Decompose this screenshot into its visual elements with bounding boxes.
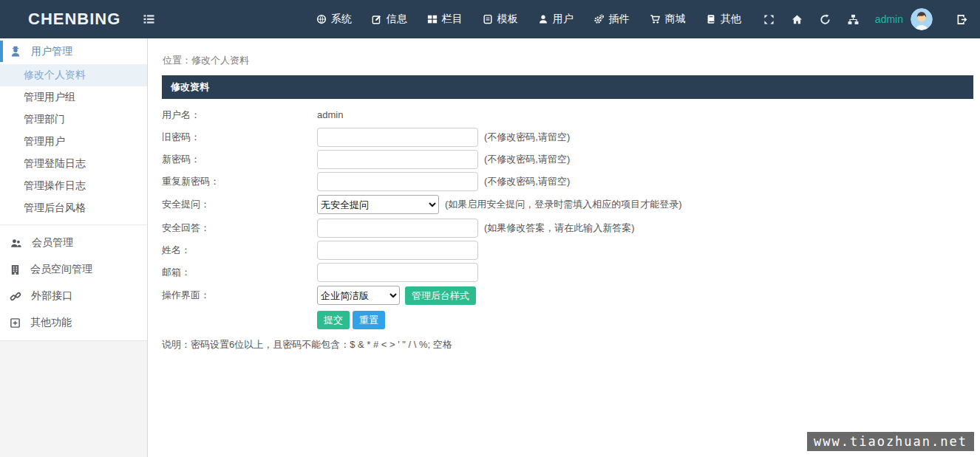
sidebar-section-member-space[interactable]: 会员空间管理 (0, 256, 147, 283)
repeat-password-field[interactable] (317, 172, 478, 191)
plus-square-icon (10, 317, 21, 329)
sidebar: 用户管理 修改个人资料 管理用户组 管理部门 管理用户 管理登陆日志 管理操作日… (0, 38, 148, 457)
refresh-icon (820, 14, 831, 25)
sidebar-section-label: 用户管理 (31, 45, 72, 58)
username-field-label: 用户名： (162, 109, 317, 122)
email-label: 邮箱： (162, 266, 317, 279)
refresh-button[interactable] (820, 14, 831, 25)
logout-button[interactable] (956, 14, 968, 25)
form-row-new-password: 新密码： (不修改密码,请留空) (162, 149, 973, 169)
form-row-actions: 提交 重置 (162, 310, 973, 330)
new-password-field[interactable] (317, 150, 478, 169)
form-row-username: 用户名： admin (162, 105, 973, 125)
nav-item-label: 插件 (609, 13, 630, 26)
username-label[interactable]: admin (875, 13, 903, 25)
name-field[interactable] (317, 241, 478, 260)
nav-item-system[interactable]: 系统 (316, 13, 352, 26)
old-password-field[interactable] (317, 128, 478, 147)
nav-item-mall[interactable]: 商城 (650, 13, 686, 26)
nav-item-label: 其他 (721, 13, 741, 26)
username-value: admin (317, 109, 343, 120)
sitemap-button[interactable] (848, 14, 859, 25)
nav-item-columns[interactable]: 栏目 (427, 13, 463, 26)
edit-icon (372, 14, 382, 24)
nav-item-other[interactable]: 其他 (706, 13, 741, 26)
nav-item-label: 模板 (497, 13, 518, 26)
nav-item-label: 商城 (665, 13, 686, 26)
book-icon (706, 14, 716, 24)
security-answer-field[interactable] (317, 219, 478, 238)
sidebar-item-edit-profile[interactable]: 修改个人资料 (0, 64, 147, 86)
globe-icon (316, 14, 327, 24)
old-password-hint: (不修改密码,请留空) (484, 131, 570, 144)
nav-item-label: 系统 (331, 13, 352, 26)
panel-title: 修改资料 (162, 75, 973, 99)
template-icon (483, 14, 493, 24)
watermark: www.tiaozhuan.net (807, 432, 974, 451)
old-password-label: 旧密码： (162, 131, 317, 144)
cogs-icon (593, 14, 605, 24)
repeat-password-hint: (不修改密码,请留空) (484, 175, 570, 188)
home-button[interactable] (792, 14, 803, 25)
expand-icon (763, 14, 775, 25)
form-row-old-password: 旧密码： (不修改密码,请留空) (162, 127, 973, 147)
form-row-email: 邮箱： (162, 262, 973, 282)
profile-form: 用户名： admin 旧密码： (不修改密码,请留空) 新密码： (不修改密码,… (162, 99, 973, 351)
nav-item-info[interactable]: 信息 (372, 13, 407, 26)
menu-toggle-button[interactable] (143, 13, 155, 25)
form-row-repeat-password: 重复新密码： (不修改密码,请留空) (162, 171, 973, 191)
main-content: 位置：修改个人资料 修改资料 用户名： admin 旧密码： (不修改密码,请留… (148, 38, 980, 457)
link-icon (10, 291, 21, 302)
sidebar-item-backend-style[interactable]: 管理后台风格 (0, 197, 147, 219)
building-icon (10, 264, 21, 275)
brand-logo[interactable]: CHENBING (28, 10, 120, 29)
avatar[interactable] (911, 8, 933, 30)
top-navbar: CHENBING 系统 信息 栏目 模板 用户 插件 商城 (0, 0, 980, 38)
ui-select[interactable]: 企业简洁版 (317, 286, 400, 305)
breadcrumb: 位置：修改个人资料 (163, 54, 973, 67)
sidebar-item-user-groups[interactable]: 管理用户组 (0, 86, 147, 109)
security-question-hint: (如果启用安全提问，登录时需填入相应的项目才能登录) (445, 198, 682, 211)
reset-button[interactable]: 重置 (353, 311, 385, 329)
nav-item-label: 信息 (387, 13, 407, 26)
admin-user-icon (10, 46, 21, 58)
ui-label: 操作界面： (162, 289, 317, 302)
form-row-ui: 操作界面： 企业简洁版 管理后台样式 (162, 284, 973, 306)
sign-out-icon (956, 14, 968, 25)
security-question-select[interactable]: 无安全提问 (317, 195, 439, 214)
sidebar-section-label: 会员管理 (32, 236, 73, 250)
form-row-name: 姓名： (162, 240, 973, 260)
sidebar-section-members[interactable]: 会员管理 (0, 230, 147, 256)
sidebar-section-other-functions[interactable]: 其他功能 (0, 309, 147, 336)
name-label: 姓名： (162, 244, 317, 257)
sidebar-item-users[interactable]: 管理用户 (0, 131, 147, 153)
nav-item-label: 用户 (553, 13, 574, 26)
user-menu: admin (875, 8, 933, 30)
security-answer-hint: (如果修改答案，请在此输入新答案) (484, 221, 635, 235)
security-question-label: 安全提问： (162, 198, 317, 211)
quick-actions (763, 14, 859, 25)
sidebar-item-departments[interactable]: 管理部门 (0, 109, 147, 131)
form-row-security-answer: 安全回答： (如果修改答案，请在此输入新答案) (162, 218, 973, 238)
new-password-label: 新密码： (162, 153, 317, 166)
avatar-image (911, 8, 933, 30)
nav-item-users[interactable]: 用户 (538, 13, 574, 26)
submit-button[interactable]: 提交 (317, 311, 350, 329)
nav-item-label: 栏目 (442, 13, 463, 26)
sidebar-section-user-management[interactable]: 用户管理 (0, 38, 147, 64)
nav-item-plugins[interactable]: 插件 (593, 13, 630, 26)
backend-style-button[interactable]: 管理后台样式 (405, 286, 476, 305)
fullscreen-button[interactable] (763, 14, 775, 25)
sidebar-section-label: 会员空间管理 (30, 263, 92, 276)
sidebar-item-operation-logs[interactable]: 管理操作日志 (0, 175, 147, 197)
sidebar-section-label: 其他功能 (30, 316, 72, 329)
sidebar-item-login-logs[interactable]: 管理登陆日志 (0, 153, 147, 175)
sidebar-section-external-api[interactable]: 外部接口 (0, 283, 147, 309)
form-row-security-question: 安全提问： 无安全提问 (如果启用安全提问，登录时需填入相应的项目才能登录) (162, 193, 973, 216)
sidebar-menu: 用户管理 修改个人资料 管理用户组 管理部门 管理用户 管理登陆日志 管理操作日… (0, 38, 147, 341)
repeat-password-label: 重复新密码： (162, 175, 317, 188)
security-answer-label: 安全回答： (162, 221, 317, 235)
sidebar-divider (0, 219, 147, 225)
email-field[interactable] (317, 263, 478, 282)
nav-item-templates[interactable]: 模板 (483, 13, 518, 26)
